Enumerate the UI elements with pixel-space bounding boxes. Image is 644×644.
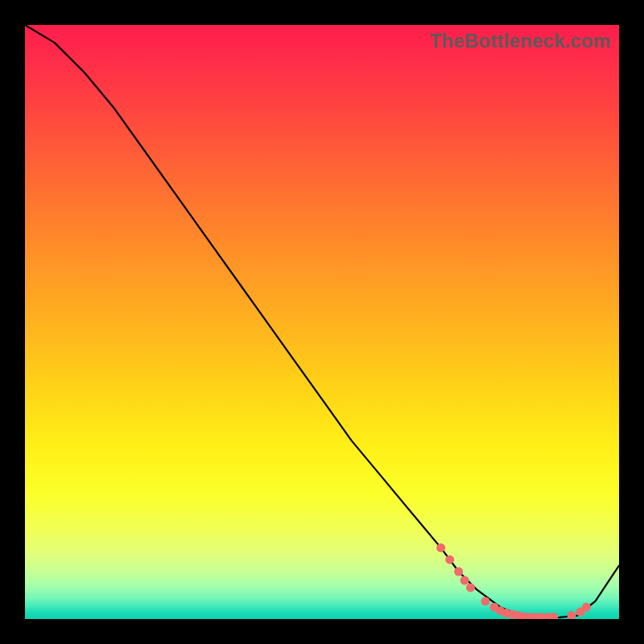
data-point <box>549 613 558 619</box>
data-point <box>436 543 445 552</box>
data-point <box>543 613 552 619</box>
watermark-label: TheBottleneck.com <box>430 30 611 52</box>
data-point <box>526 613 535 619</box>
data-point <box>514 611 522 619</box>
data-point <box>576 608 585 617</box>
data-point <box>538 613 547 619</box>
data-point <box>454 568 463 576</box>
data-point <box>445 555 454 564</box>
data-point <box>502 609 510 617</box>
bottleneck-curve <box>25 25 619 618</box>
data-point <box>508 610 517 619</box>
chart-frame: TheBottleneck.com <box>0 0 644 644</box>
data-point <box>460 576 469 585</box>
data-point <box>466 583 475 592</box>
data-point <box>531 613 540 619</box>
data-point <box>481 597 490 605</box>
data-point <box>582 603 591 612</box>
data-point <box>519 613 528 620</box>
data-point <box>490 603 499 612</box>
data-point <box>496 606 505 615</box>
chart-plot-area: TheBottleneck.com <box>25 25 619 619</box>
chart-overlay <box>25 25 619 619</box>
data-points-group <box>436 543 591 619</box>
data-point <box>568 611 576 619</box>
